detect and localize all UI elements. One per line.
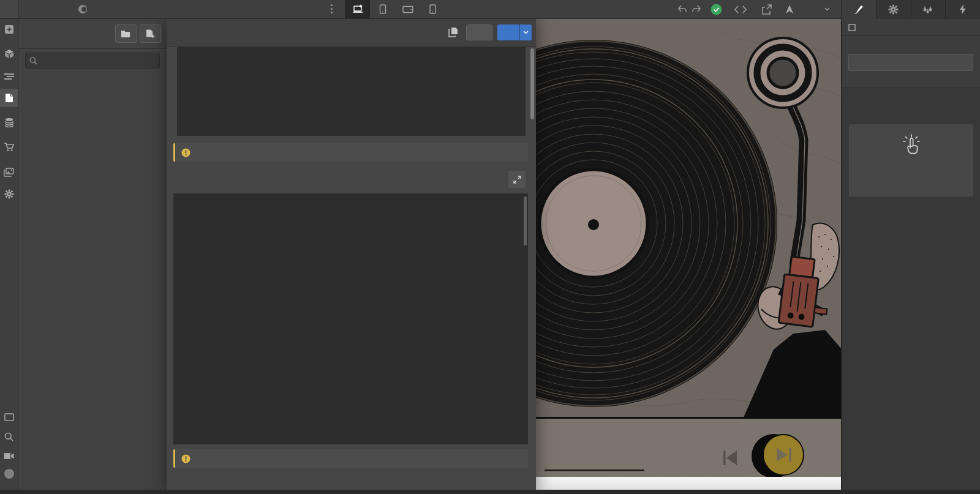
page-add-icon (146, 29, 155, 39)
settings-gear-icon (4, 189, 14, 199)
device-mobile-landscape-icon (402, 6, 413, 13)
share-button[interactable] (759, 0, 775, 18)
custom-code-warning (173, 143, 528, 162)
pages-search (25, 53, 160, 69)
tap-icon (901, 133, 922, 155)
warning-icon (181, 454, 190, 463)
tab-style[interactable] (841, 0, 876, 19)
style-panel (841, 19, 980, 494)
gear-icon (888, 4, 899, 15)
ecommerce-button[interactable] (0, 138, 18, 156)
search-icon (29, 57, 37, 65)
folder-add-icon (121, 29, 132, 38)
left-toolbar (0, 19, 18, 494)
frame-button[interactable] (0, 408, 18, 426)
modal-scrollbar[interactable] (530, 48, 534, 119)
cube-icon (4, 49, 14, 59)
pages-panel (18, 19, 167, 494)
editor-scrollbar[interactable] (524, 196, 527, 245)
pages-panel-header (18, 19, 167, 49)
selected-element-row (842, 19, 980, 36)
add-icon (4, 24, 14, 34)
webflow-logo[interactable] (0, 0, 19, 18)
saved-check-icon (710, 4, 722, 15)
body-code-editor[interactable] (173, 193, 528, 444)
redo-icon (692, 5, 702, 13)
preview-icon[interactable] (75, 0, 91, 18)
interactions-icon (922, 5, 933, 14)
right-panel-tabs (841, 0, 980, 19)
navigator-button[interactable] (0, 67, 18, 86)
device-tablet-icon (379, 4, 387, 14)
components-button[interactable] (0, 45, 18, 63)
cms-icon (4, 118, 14, 127)
search-icon (4, 432, 13, 441)
device-desktop-button[interactable] (345, 0, 370, 18)
tab-element-settings[interactable] (945, 0, 980, 19)
topbar (0, 0, 980, 19)
device-mobile-portrait-icon (429, 4, 436, 14)
help-icon (4, 469, 14, 479)
new-page-button[interactable] (140, 24, 161, 43)
publish-chevron[interactable] (823, 0, 831, 18)
spindle-hole (588, 219, 599, 230)
assets-button[interactable] (0, 163, 18, 181)
video-icon (4, 452, 14, 460)
close-button[interactable] (466, 24, 492, 40)
style-panel-body (842, 88, 980, 494)
save-options-button[interactable] (519, 24, 532, 40)
navigator-icon (4, 73, 14, 80)
project-settings-button[interactable] (0, 185, 18, 203)
window-edge (0, 490, 980, 494)
publish-icon[interactable] (782, 0, 797, 18)
code-export-button[interactable] (733, 0, 748, 18)
tab-settings[interactable] (876, 0, 911, 19)
chevron-down-icon (523, 31, 529, 34)
frame-icon (4, 413, 14, 421)
webflow-designer (0, 0, 980, 494)
copy-icon (448, 27, 458, 37)
page-icon (5, 93, 13, 103)
expand-editor-button[interactable] (508, 171, 526, 188)
add-element-button[interactable] (0, 20, 18, 39)
save-button[interactable] (497, 24, 519, 40)
device-desktop-icon (352, 4, 363, 14)
paper-plane-icon (785, 4, 794, 14)
music-player-bar (536, 417, 841, 478)
more-options-icon[interactable] (331, 4, 333, 15)
device-tablet-button[interactable] (370, 0, 395, 18)
head-code-editor[interactable] (177, 47, 526, 136)
selector-input[interactable] (848, 54, 973, 71)
expand-icon (513, 176, 521, 184)
video-tutorials-button[interactable] (0, 447, 18, 465)
saved-status-icon (708, 0, 724, 18)
cms-button[interactable] (0, 113, 18, 132)
new-folder-button[interactable] (115, 24, 137, 43)
input-underline (545, 470, 644, 471)
page-settings-panel (167, 19, 536, 494)
help-button[interactable] (0, 465, 18, 483)
undo-button[interactable] (674, 0, 690, 18)
redo-button[interactable] (688, 0, 704, 18)
undo-icon (677, 5, 687, 13)
empty-state-card (849, 124, 973, 196)
device-mobile-landscape-button[interactable] (395, 0, 420, 18)
duplicate-button[interactable] (448, 27, 458, 37)
find-button[interactable] (0, 427, 18, 446)
skip-forward-button[interactable] (763, 435, 804, 475)
code-icon (734, 6, 747, 13)
checkbox-icon (848, 24, 856, 31)
custom-code-warning-bottom (173, 449, 528, 468)
canvas-viewport[interactable] (536, 19, 841, 494)
warning-icon (181, 148, 190, 157)
cart-icon (4, 142, 14, 152)
brush-icon (853, 4, 864, 15)
page-settings-header (167, 19, 536, 47)
pages-button[interactable] (0, 89, 18, 107)
chevron-down-icon (824, 7, 830, 11)
assets-icon (4, 168, 14, 177)
tab-interactions[interactable] (911, 0, 946, 19)
pages-search-input[interactable] (40, 54, 158, 69)
device-mobile-portrait-button[interactable] (420, 0, 445, 18)
share-icon (761, 4, 772, 15)
